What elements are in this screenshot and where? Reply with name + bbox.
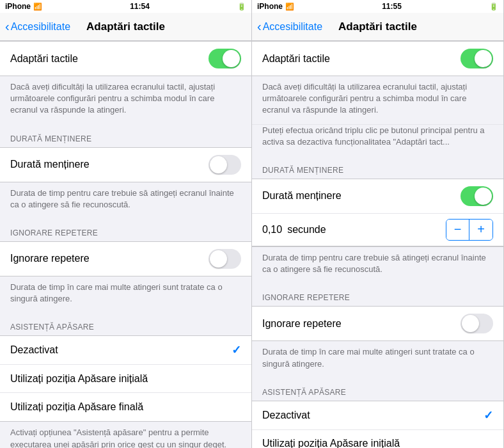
ignorare-group-right: Ignorare repetere	[252, 306, 503, 341]
device-name-right: iPhone	[257, 2, 283, 11]
stepper-unit: secunde	[287, 224, 441, 236]
ignorare-cell-right[interactable]: Ignorare repetere	[252, 307, 503, 340]
description-1-right: Dacă aveți dificultăți la utilizarea ecr…	[252, 76, 503, 124]
description-3-right: Durata de timp în care mai multe atinger…	[252, 341, 503, 377]
device-name: iPhone	[5, 2, 31, 11]
main-toggle-cell-right[interactable]: Adaptări tactile	[252, 42, 503, 76]
main-toggle-knob-right	[475, 50, 492, 67]
durata-cell-right[interactable]: Durată menținere	[252, 179, 503, 214]
nav-bar-left: ‹ Accesibilitate Adaptări tactile	[0, 13, 251, 41]
nav-title-left: Adaptări tactile	[86, 20, 165, 33]
ignorare-label-left: Ignorare repetere	[10, 253, 90, 264]
asistenta-item-2-left[interactable]: Utilizați poziția Apăsare finală	[0, 393, 251, 421]
checkmark-0-left: ✓	[232, 343, 241, 357]
status-bar-right-items: iPhone 📶	[257, 2, 294, 11]
chevron-left-icon-right: ‹	[257, 20, 262, 33]
back-label-right: Accesibilitate	[263, 21, 322, 33]
durata-toggle-knob-right	[475, 188, 492, 205]
description-1b-right: Puteți efectua oricând triplu clic pe bu…	[252, 124, 503, 156]
section-header-ignorare-right: IGNORARE REPETERE	[252, 283, 503, 306]
section-header-ignorare-left: IGNORARE REPETERE	[0, 218, 251, 241]
panel-right: iPhone 📶 11:55 🔋 ‹ Accesibilitate Adaptă…	[252, 0, 504, 448]
main-toggle-group-right: Adaptări tactile	[252, 41, 503, 76]
durata-group-left: Durată menținere	[0, 147, 251, 182]
main-toggle-label-right: Adaptări tactile	[262, 53, 330, 65]
scroll-left: Adaptări tactile Dacă aveți dificultăți …	[0, 41, 251, 448]
asistenta-item-1-right[interactable]: Utilizați poziția Apăsare inițială	[252, 430, 503, 448]
battery-icon-right: 🔋	[489, 3, 498, 11]
asistenta-group-left: Dezactivat ✓ Utilizați poziția Apăsare i…	[0, 335, 251, 422]
back-button-right[interactable]: ‹ Accesibilitate	[257, 21, 322, 33]
time-display: 11:54	[130, 2, 150, 11]
ignorare-toggle-left[interactable]	[209, 249, 241, 269]
wifi-icon: 📶	[33, 3, 42, 11]
stepper-value: 0,10	[262, 224, 282, 236]
stepper-plus-button[interactable]: +	[469, 220, 492, 240]
stepper-row-right: 0,10 secunde − +	[252, 214, 503, 246]
asistenta-item-1-left[interactable]: Utilizați poziția Apăsare inițială	[0, 365, 251, 393]
main-toggle-group-left: Adaptări tactile	[0, 41, 251, 76]
checkmark-0-right: ✓	[484, 408, 493, 422]
main-toggle-switch-left[interactable]	[209, 49, 241, 68]
ignorare-cell-left[interactable]: Ignorare repetere	[0, 242, 251, 276]
section-header-asistenta-right: ASISTENȚĂ APĂSARE	[252, 378, 503, 401]
section-header-asistenta-left: ASISTENȚĂ APĂSARE	[0, 312, 251, 335]
durata-toggle-right[interactable]	[461, 186, 493, 206]
nav-title-right: Adaptări tactile	[338, 20, 417, 33]
durata-group-right: Durată menținere 0,10 secunde − +	[252, 179, 503, 247]
description-4-left: Activați opțiunea "Asistență apăsare" pe…	[0, 422, 251, 448]
main-toggle-knob-left	[223, 50, 240, 67]
ignorare-toggle-knob-left	[210, 250, 227, 268]
durata-toggle-left[interactable]	[209, 155, 241, 175]
asistenta-item-0-right[interactable]: Dezactivat ✓	[252, 401, 503, 430]
battery-area-right: 🔋	[489, 3, 498, 11]
status-bar-left-items: iPhone 📶	[5, 2, 42, 11]
main-toggle-cell-left[interactable]: Adaptări tactile	[0, 42, 251, 76]
durata-label-right: Durată menținere	[262, 190, 342, 202]
stepper-controls: − +	[446, 219, 493, 241]
status-bar-right: iPhone 📶 11:55 🔋	[252, 0, 503, 13]
back-label-left: Accesibilitate	[11, 21, 70, 33]
panel-left: iPhone 📶 11:54 🔋 ‹ Accesibilitate Adaptă…	[0, 0, 252, 448]
durata-cell-left[interactable]: Durată menținere	[0, 148, 251, 182]
main-toggle-switch-right[interactable]	[461, 49, 493, 68]
asistenta-group-right: Dezactivat ✓ Utilizați poziția Apăsare i…	[252, 401, 503, 448]
battery-area: 🔋	[237, 3, 246, 11]
main-toggle-label-left: Adaptări tactile	[10, 53, 78, 65]
status-bar-left: iPhone 📶 11:54 🔋	[0, 0, 251, 13]
scroll-right: Adaptări tactile Dacă aveți dificultăți …	[252, 41, 503, 448]
wifi-icon-right: 📶	[285, 3, 294, 11]
description-2-left: Durata de timp pentru care trebuie să at…	[0, 182, 251, 218]
description-1-left: Dacă aveți dificultăți la utilizarea ecr…	[0, 76, 251, 124]
back-button-left[interactable]: ‹ Accesibilitate	[5, 21, 70, 33]
ignorare-label-right: Ignorare repetere	[262, 318, 342, 330]
durata-toggle-knob-left	[210, 156, 227, 173]
ignorare-toggle-right[interactable]	[461, 314, 493, 333]
time-display-right: 11:55	[382, 2, 402, 11]
stepper-minus-button[interactable]: −	[446, 220, 469, 240]
description-2-right: Durata de timp pentru care trebuie să at…	[252, 247, 503, 283]
description-3-left: Durata de timp în care mai multe atinger…	[0, 276, 251, 312]
battery-icon: 🔋	[237, 3, 246, 11]
section-header-durata-left: DURATĂ MENȚINERE	[0, 124, 251, 147]
asistenta-item-0-left[interactable]: Dezactivat ✓	[0, 336, 251, 365]
ignorare-group-left: Ignorare repetere	[0, 241, 251, 276]
section-header-durata-right: DURATĂ MENȚINERE	[252, 156, 503, 179]
durata-label-left: Durată menținere	[10, 159, 90, 170]
ignorare-toggle-knob-right	[462, 315, 479, 332]
chevron-left-icon: ‹	[5, 20, 10, 33]
nav-bar-right: ‹ Accesibilitate Adaptări tactile	[252, 13, 503, 41]
